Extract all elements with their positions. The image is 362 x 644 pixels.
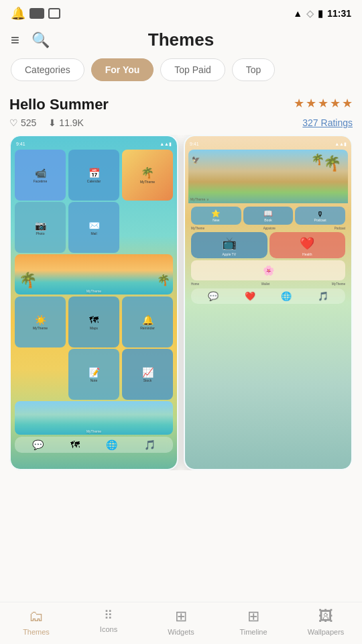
meta-stats: ♡ 525 ⬇ 11.9K — [9, 117, 84, 128]
tab-categories[interactable]: Categories — [11, 58, 84, 81]
status-left: 🔔 — [11, 6, 60, 21]
header-icons: ≡ 🔍 — [11, 32, 50, 49]
square-filled-icon — [29, 8, 44, 19]
star-4: ★ — [330, 96, 341, 111]
star-1: ★ — [294, 96, 304, 111]
nav-wallpapers[interactable]: 🖼 Wallpapers — [290, 608, 362, 636]
screenshot-left[interactable]: 9:41 ▲▲▮ 📹 Facetime 📅 Calendar — [9, 135, 178, 470]
wifi-icon: ▲ — [293, 8, 302, 19]
search-icon[interactable]: 🔍 — [32, 32, 50, 49]
heart-icon: ♡ — [9, 117, 18, 128]
themes-icon: 🗂 — [29, 608, 44, 625]
status-right: ▲ ◇ ▮ 11:31 — [293, 8, 351, 19]
icons-icon: ⠿ — [104, 608, 113, 623]
tab-top[interactable]: Top — [232, 58, 276, 81]
signal-icon: ◇ — [306, 8, 314, 19]
theme-header: Hello Summer ★ ★ ★ ★ ★ — [9, 96, 353, 113]
menu-icon[interactable]: ≡ — [11, 32, 19, 49]
battery-icon: ▮ — [318, 8, 323, 19]
beach-landscape: 🌴 🌴 🦅 MyTheme ∨ — [188, 150, 348, 203]
star-2: ★ — [306, 96, 316, 111]
star-5: ★ — [342, 96, 353, 111]
star-3: ★ — [318, 96, 328, 111]
theme-title: Hello Summer — [9, 96, 109, 113]
nav-widgets[interactable]: ⊞ Widgets — [145, 608, 217, 636]
phone-mockup-right: 9:41 ▲▲▮ 🌴 🌴 🦅 MyTheme ∨ — [185, 136, 351, 469]
nav-themes[interactable]: 🗂 Themes — [0, 608, 72, 636]
header: ≡ 🔍 Themes — [0, 24, 362, 58]
tabs-bar: Categories For You Top Paid Top — [0, 58, 362, 89]
clock: 11:31 — [327, 8, 351, 19]
square-outline-icon — [48, 8, 60, 19]
widgets-icon: ⊞ — [175, 608, 187, 625]
timeline-icon: ⊞ — [247, 608, 259, 625]
star-rating: ★ ★ ★ ★ ★ — [294, 96, 353, 111]
likes-count: ♡ 525 — [9, 117, 36, 128]
tab-top-paid[interactable]: Top Paid — [160, 58, 225, 81]
screenshots-grid: 9:41 ▲▲▮ 📹 Facetime 📅 Calendar — [9, 135, 353, 470]
page-title: Themes — [148, 30, 214, 50]
nav-timeline[interactable]: ⊞ Timeline — [217, 608, 290, 636]
phone-mockup-left: 9:41 ▲▲▮ 📹 Facetime 📅 Calendar — [11, 136, 177, 469]
downloads-count: ⬇ 11.9K — [48, 117, 84, 128]
nav-icons[interactable]: ⠿ Icons — [72, 608, 145, 636]
download-icon: ⬇ — [48, 117, 56, 128]
content-area: Hello Summer ★ ★ ★ ★ ★ ♡ 525 ⬇ 11.9K 327… — [0, 89, 362, 524]
bell-icon: 🔔 — [11, 6, 25, 21]
status-bar: 🔔 ▲ ◇ ▮ 11:31 — [0, 0, 362, 24]
ratings-link[interactable]: 327 Ratings — [302, 117, 353, 128]
screenshot-right[interactable]: 9:41 ▲▲▮ 🌴 🌴 🦅 MyTheme ∨ — [184, 135, 353, 470]
theme-meta: ♡ 525 ⬇ 11.9K 327 Ratings — [9, 117, 353, 128]
bottom-nav: 🗂 Themes ⠿ Icons ⊞ Widgets ⊞ Timeline 🖼 … — [0, 602, 362, 644]
wallpapers-icon: 🖼 — [318, 608, 333, 625]
tab-for-you[interactable]: For You — [91, 58, 154, 81]
